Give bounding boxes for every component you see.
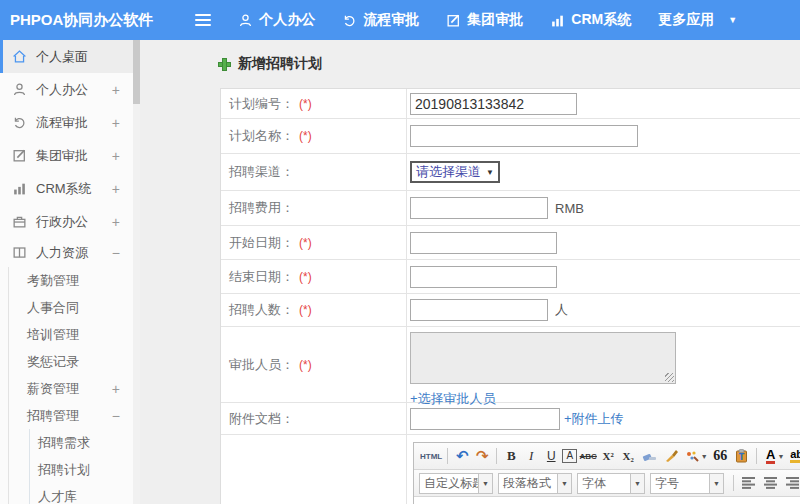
- italic-button[interactable]: I: [522, 446, 540, 466]
- sidebar-item-label: 流程审批: [36, 114, 88, 132]
- sidebar-item-process-approval[interactable]: 流程审批 +: [0, 106, 133, 139]
- redo-icon[interactable]: ↷: [473, 446, 491, 466]
- plan-number-input[interactable]: [410, 93, 577, 115]
- sidebar-item-hr-contract[interactable]: 人事合同: [9, 294, 133, 321]
- topnav-label: 个人办公: [259, 11, 315, 29]
- sidebar-item-recruit-plan[interactable]: 招聘计划: [30, 456, 133, 483]
- process-icon: [342, 13, 357, 28]
- html-source-button[interactable]: HTML: [420, 446, 442, 466]
- field-label: 招聘费用：: [229, 199, 294, 217]
- topnav-personal-office[interactable]: 个人办公: [238, 11, 315, 29]
- bold-button[interactable]: B: [502, 446, 520, 466]
- font-color-icon[interactable]: A▼: [762, 446, 788, 466]
- sidebar-item-label: CRM系统: [36, 180, 92, 198]
- dropdown-value: 自定义标题: [420, 475, 478, 492]
- sidebar-item-recruit-demand[interactable]: 招聘需求: [30, 429, 133, 456]
- blockquote-button[interactable]: 66: [711, 446, 729, 466]
- font-family-dropdown[interactable]: 字体▼: [577, 473, 645, 494]
- expand-plus-icon[interactable]: +: [112, 148, 120, 164]
- attachment-input[interactable]: [410, 408, 560, 430]
- top-bar: PHPOA协同办公软件 个人办公 流程审批 集团审批 CRM系统 更多应用 ▼: [0, 0, 800, 40]
- process-icon: [12, 115, 27, 130]
- required-mark: (*): [299, 270, 312, 284]
- format-painter-icon[interactable]: ▼: [683, 446, 709, 466]
- sidebar-scrollbar-thumb[interactable]: [133, 40, 140, 104]
- field-label: 招聘渠道：: [229, 163, 294, 181]
- start-date-input[interactable]: [410, 232, 557, 254]
- highlight-color-icon[interactable]: ab▼: [790, 446, 800, 466]
- superscript-button[interactable]: X²: [599, 446, 617, 466]
- align-left-icon[interactable]: [739, 473, 759, 493]
- topnav-process-approval[interactable]: 流程审批: [342, 11, 419, 29]
- sidebar-item-rewards[interactable]: 奖惩记录: [9, 348, 133, 375]
- sidebar-item-salary[interactable]: 薪资管理+: [9, 375, 133, 402]
- approvers-textarea[interactable]: [410, 332, 676, 384]
- plan-name-input[interactable]: [410, 125, 638, 147]
- person-icon: [12, 82, 27, 97]
- main-content: 新增招聘计划 计划编号：(*) 计划名称：(*) 招聘渠道： 请选择渠道 ▼ 招…: [140, 40, 800, 504]
- format-brush-icon[interactable]: [661, 446, 681, 466]
- paragraph-format-dropdown[interactable]: 段落格式▼: [498, 473, 572, 494]
- topnav-more-apps[interactable]: 更多应用 ▼: [658, 11, 737, 29]
- attachment-upload-link[interactable]: +附件上传: [564, 410, 624, 428]
- topnav-crm-system[interactable]: CRM系统: [550, 11, 631, 29]
- field-label: 招聘人数：: [229, 301, 294, 319]
- sidebar-item-crm-system[interactable]: CRM系统 +: [0, 172, 133, 205]
- recruit-plan-form: 计划编号：(*) 计划名称：(*) 招聘渠道： 请选择渠道 ▼ 招聘费用： RM…: [220, 88, 800, 504]
- expand-plus-icon[interactable]: +: [112, 381, 120, 397]
- select-caret-icon: ▼: [486, 168, 494, 177]
- cost-input[interactable]: [410, 197, 548, 219]
- autotypeset-button[interactable]: A: [562, 449, 577, 463]
- end-date-input[interactable]: [410, 266, 557, 288]
- topnav-label: 更多应用: [658, 11, 714, 29]
- underline-button[interactable]: U: [542, 446, 560, 466]
- sidebar-item-admin-office[interactable]: 行政办公 +: [0, 205, 133, 238]
- align-center-icon[interactable]: [761, 473, 781, 493]
- bar-chart-icon: [550, 13, 565, 28]
- expand-plus-icon[interactable]: +: [112, 181, 120, 197]
- undo-icon[interactable]: ↶: [453, 446, 471, 466]
- form-row-headcount: 招聘人数：(*) 人: [221, 294, 800, 327]
- sidebar-item-recruitment[interactable]: 招聘管理−: [9, 402, 133, 429]
- sidebar-item-label: 招聘计划: [38, 461, 90, 479]
- sidebar-item-personal-desktop[interactable]: 个人桌面: [0, 40, 133, 73]
- font-size-dropdown[interactable]: 字号▼: [650, 473, 724, 494]
- sidebar-item-human-resources[interactable]: 人力资源 −: [0, 238, 133, 267]
- custom-title-dropdown[interactable]: 自定义标题▼: [419, 473, 493, 494]
- sidebar-item-attendance[interactable]: 考勤管理: [9, 267, 133, 294]
- app-brand: PHPOA协同办公软件: [10, 11, 153, 30]
- expand-plus-icon[interactable]: +: [112, 82, 120, 98]
- required-mark: (*): [299, 129, 312, 143]
- sidebar-item-label: 人力资源: [36, 244, 88, 262]
- sidebar-item-talent-pool[interactable]: 人才库: [30, 483, 133, 504]
- editor-content-area[interactable]: [414, 497, 800, 504]
- align-right-icon[interactable]: [783, 473, 800, 493]
- sidebar-item-label: 集团审批: [36, 147, 88, 165]
- collapse-minus-icon[interactable]: −: [112, 245, 120, 261]
- resize-grip[interactable]: [665, 373, 674, 382]
- eraser-icon[interactable]: [639, 446, 659, 466]
- sidebar-scrollbar-track: [133, 40, 140, 504]
- editor-toolbar-row2: 自定义标题▼ 段落格式▼ 字体▼ 字号▼: [414, 470, 800, 497]
- form-row-attachment: 附件文档： +附件上传: [221, 403, 800, 435]
- form-row-cost: 招聘费用： RMB: [221, 191, 800, 226]
- subscript-button[interactable]: X₂: [619, 446, 637, 466]
- chevron-down-icon: ▼: [728, 15, 737, 25]
- briefcase-icon: [12, 214, 27, 229]
- collapse-minus-icon[interactable]: −: [112, 408, 120, 424]
- home-icon: [12, 49, 27, 64]
- channel-select[interactable]: 请选择渠道 ▼: [410, 161, 500, 183]
- dropdown-caret-icon: ▼: [557, 474, 571, 493]
- paste-text-icon[interactable]: T: [731, 446, 751, 466]
- headcount-input[interactable]: [410, 299, 548, 321]
- sidebar-item-training[interactable]: 培训管理: [9, 321, 133, 348]
- topnav-group-approval[interactable]: 集团审批: [446, 11, 523, 29]
- hamburger-menu-icon[interactable]: [195, 14, 211, 26]
- expand-plus-icon[interactable]: +: [112, 115, 120, 131]
- sidebar-item-label: 招聘管理: [27, 407, 79, 425]
- expand-plus-icon[interactable]: +: [112, 214, 120, 230]
- sidebar-item-personal-office[interactable]: 个人办公 +: [0, 73, 133, 106]
- page-header: 新增招聘计划: [218, 55, 322, 73]
- strikethrough-button[interactable]: ABC: [579, 446, 597, 466]
- sidebar-item-group-approval[interactable]: 集团审批 +: [0, 139, 133, 172]
